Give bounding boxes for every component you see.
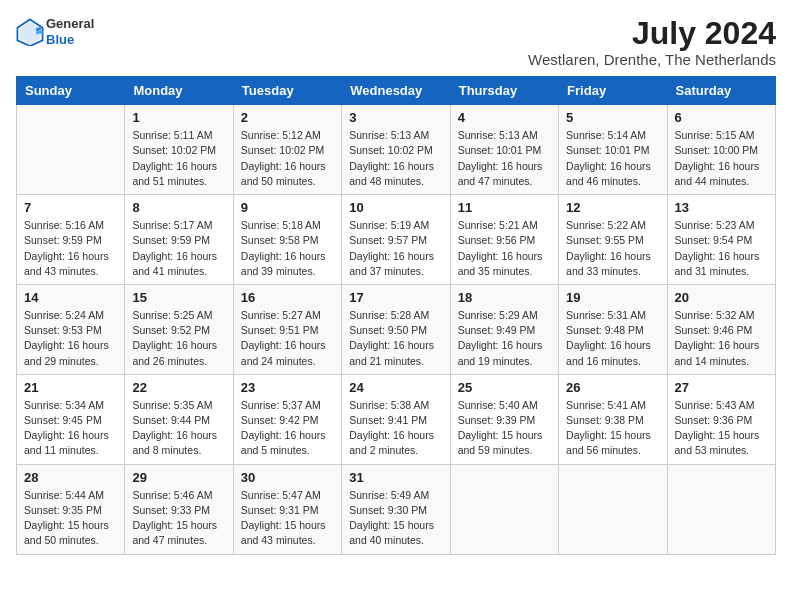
day-number: 13: [675, 200, 768, 215]
calendar-cell: [17, 105, 125, 195]
day-number: 15: [132, 290, 225, 305]
calendar-week-row: 21Sunrise: 5:34 AM Sunset: 9:45 PM Dayli…: [17, 374, 776, 464]
calendar-week-row: 1Sunrise: 5:11 AM Sunset: 10:02 PM Dayli…: [17, 105, 776, 195]
day-info: Sunrise: 5:25 AM Sunset: 9:52 PM Dayligh…: [132, 308, 225, 369]
day-info: Sunrise: 5:41 AM Sunset: 9:38 PM Dayligh…: [566, 398, 659, 459]
day-number: 18: [458, 290, 551, 305]
month-title: July 2024: [528, 16, 776, 51]
day-number: 30: [241, 470, 334, 485]
day-info: Sunrise: 5:14 AM Sunset: 10:01 PM Daylig…: [566, 128, 659, 189]
day-info: Sunrise: 5:22 AM Sunset: 9:55 PM Dayligh…: [566, 218, 659, 279]
calendar-cell: 21Sunrise: 5:34 AM Sunset: 9:45 PM Dayli…: [17, 374, 125, 464]
day-info: Sunrise: 5:11 AM Sunset: 10:02 PM Daylig…: [132, 128, 225, 189]
calendar-cell: 16Sunrise: 5:27 AM Sunset: 9:51 PM Dayli…: [233, 284, 341, 374]
calendar-cell: 30Sunrise: 5:47 AM Sunset: 9:31 PM Dayli…: [233, 464, 341, 554]
calendar-cell: 9Sunrise: 5:18 AM Sunset: 9:58 PM Daylig…: [233, 195, 341, 285]
day-info: Sunrise: 5:16 AM Sunset: 9:59 PM Dayligh…: [24, 218, 117, 279]
day-number: 21: [24, 380, 117, 395]
calendar-cell: 31Sunrise: 5:49 AM Sunset: 9:30 PM Dayli…: [342, 464, 450, 554]
day-info: Sunrise: 5:46 AM Sunset: 9:33 PM Dayligh…: [132, 488, 225, 549]
calendar-cell: 12Sunrise: 5:22 AM Sunset: 9:55 PM Dayli…: [559, 195, 667, 285]
day-number: 23: [241, 380, 334, 395]
day-number: 7: [24, 200, 117, 215]
calendar-cell: 18Sunrise: 5:29 AM Sunset: 9:49 PM Dayli…: [450, 284, 558, 374]
calendar-cell: 23Sunrise: 5:37 AM Sunset: 9:42 PM Dayli…: [233, 374, 341, 464]
day-number: 24: [349, 380, 442, 395]
calendar-cell: 5Sunrise: 5:14 AM Sunset: 10:01 PM Dayli…: [559, 105, 667, 195]
day-info: Sunrise: 5:47 AM Sunset: 9:31 PM Dayligh…: [241, 488, 334, 549]
day-number: 8: [132, 200, 225, 215]
day-info: Sunrise: 5:28 AM Sunset: 9:50 PM Dayligh…: [349, 308, 442, 369]
day-header-monday: Monday: [125, 77, 233, 105]
calendar-cell: 27Sunrise: 5:43 AM Sunset: 9:36 PM Dayli…: [667, 374, 775, 464]
day-number: 20: [675, 290, 768, 305]
calendar-cell: 2Sunrise: 5:12 AM Sunset: 10:02 PM Dayli…: [233, 105, 341, 195]
day-number: 17: [349, 290, 442, 305]
calendar-week-row: 14Sunrise: 5:24 AM Sunset: 9:53 PM Dayli…: [17, 284, 776, 374]
calendar-cell: [450, 464, 558, 554]
calendar-cell: [559, 464, 667, 554]
calendar-cell: 15Sunrise: 5:25 AM Sunset: 9:52 PM Dayli…: [125, 284, 233, 374]
logo: General Blue: [16, 16, 94, 47]
calendar-cell: 19Sunrise: 5:31 AM Sunset: 9:48 PM Dayli…: [559, 284, 667, 374]
calendar-cell: 25Sunrise: 5:40 AM Sunset: 9:39 PM Dayli…: [450, 374, 558, 464]
day-info: Sunrise: 5:40 AM Sunset: 9:39 PM Dayligh…: [458, 398, 551, 459]
calendar-cell: 14Sunrise: 5:24 AM Sunset: 9:53 PM Dayli…: [17, 284, 125, 374]
calendar-cell: 26Sunrise: 5:41 AM Sunset: 9:38 PM Dayli…: [559, 374, 667, 464]
day-info: Sunrise: 5:32 AM Sunset: 9:46 PM Dayligh…: [675, 308, 768, 369]
day-number: 31: [349, 470, 442, 485]
title-section: July 2024 Westlaren, Drenthe, The Nether…: [528, 16, 776, 68]
calendar-cell: 7Sunrise: 5:16 AM Sunset: 9:59 PM Daylig…: [17, 195, 125, 285]
day-header-saturday: Saturday: [667, 77, 775, 105]
day-number: 25: [458, 380, 551, 395]
calendar-cell: 20Sunrise: 5:32 AM Sunset: 9:46 PM Dayli…: [667, 284, 775, 374]
calendar-cell: 11Sunrise: 5:21 AM Sunset: 9:56 PM Dayli…: [450, 195, 558, 285]
day-number: 14: [24, 290, 117, 305]
day-number: 29: [132, 470, 225, 485]
day-header-tuesday: Tuesday: [233, 77, 341, 105]
day-info: Sunrise: 5:24 AM Sunset: 9:53 PM Dayligh…: [24, 308, 117, 369]
calendar-cell: 28Sunrise: 5:44 AM Sunset: 9:35 PM Dayli…: [17, 464, 125, 554]
calendar-cell: 4Sunrise: 5:13 AM Sunset: 10:01 PM Dayli…: [450, 105, 558, 195]
calendar-cell: 10Sunrise: 5:19 AM Sunset: 9:57 PM Dayli…: [342, 195, 450, 285]
day-info: Sunrise: 5:12 AM Sunset: 10:02 PM Daylig…: [241, 128, 334, 189]
day-number: 3: [349, 110, 442, 125]
day-number: 9: [241, 200, 334, 215]
day-info: Sunrise: 5:13 AM Sunset: 10:02 PM Daylig…: [349, 128, 442, 189]
day-number: 19: [566, 290, 659, 305]
calendar-cell: 17Sunrise: 5:28 AM Sunset: 9:50 PM Dayli…: [342, 284, 450, 374]
calendar-week-row: 28Sunrise: 5:44 AM Sunset: 9:35 PM Dayli…: [17, 464, 776, 554]
location-title: Westlaren, Drenthe, The Netherlands: [528, 51, 776, 68]
day-info: Sunrise: 5:29 AM Sunset: 9:49 PM Dayligh…: [458, 308, 551, 369]
calendar-cell: 13Sunrise: 5:23 AM Sunset: 9:54 PM Dayli…: [667, 195, 775, 285]
day-info: Sunrise: 5:35 AM Sunset: 9:44 PM Dayligh…: [132, 398, 225, 459]
day-info: Sunrise: 5:13 AM Sunset: 10:01 PM Daylig…: [458, 128, 551, 189]
day-number: 10: [349, 200, 442, 215]
day-number: 2: [241, 110, 334, 125]
day-info: Sunrise: 5:44 AM Sunset: 9:35 PM Dayligh…: [24, 488, 117, 549]
calendar-table: SundayMondayTuesdayWednesdayThursdayFrid…: [16, 76, 776, 554]
day-header-sunday: Sunday: [17, 77, 125, 105]
day-number: 12: [566, 200, 659, 215]
header: General Blue July 2024 Westlaren, Drenth…: [16, 16, 776, 68]
logo-text: General Blue: [46, 16, 94, 47]
calendar-header-row: SundayMondayTuesdayWednesdayThursdayFrid…: [17, 77, 776, 105]
day-info: Sunrise: 5:49 AM Sunset: 9:30 PM Dayligh…: [349, 488, 442, 549]
day-info: Sunrise: 5:15 AM Sunset: 10:00 PM Daylig…: [675, 128, 768, 189]
calendar-cell: 6Sunrise: 5:15 AM Sunset: 10:00 PM Dayli…: [667, 105, 775, 195]
day-number: 11: [458, 200, 551, 215]
day-number: 1: [132, 110, 225, 125]
day-number: 4: [458, 110, 551, 125]
day-info: Sunrise: 5:31 AM Sunset: 9:48 PM Dayligh…: [566, 308, 659, 369]
day-header-thursday: Thursday: [450, 77, 558, 105]
calendar-week-row: 7Sunrise: 5:16 AM Sunset: 9:59 PM Daylig…: [17, 195, 776, 285]
logo-icon: [16, 18, 44, 46]
day-number: 26: [566, 380, 659, 395]
day-number: 28: [24, 470, 117, 485]
day-info: Sunrise: 5:37 AM Sunset: 9:42 PM Dayligh…: [241, 398, 334, 459]
day-number: 6: [675, 110, 768, 125]
day-info: Sunrise: 5:34 AM Sunset: 9:45 PM Dayligh…: [24, 398, 117, 459]
day-info: Sunrise: 5:27 AM Sunset: 9:51 PM Dayligh…: [241, 308, 334, 369]
day-info: Sunrise: 5:21 AM Sunset: 9:56 PM Dayligh…: [458, 218, 551, 279]
day-number: 16: [241, 290, 334, 305]
